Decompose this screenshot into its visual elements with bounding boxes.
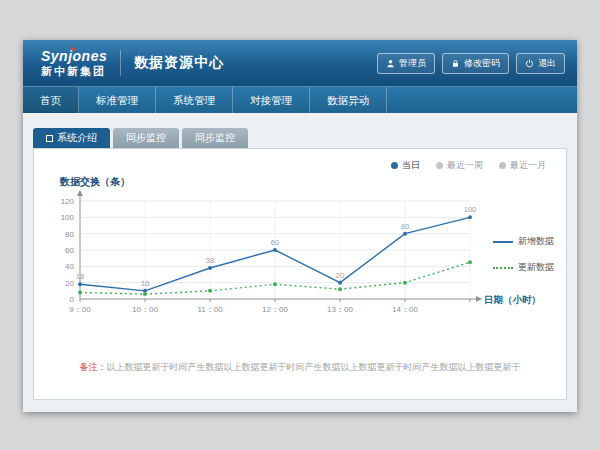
footnote-text: 以上数据更新于时间产生数据以上数据更新于时间产生数据以上数据更新于时间产生数据以… <box>107 362 521 372</box>
logout-button-label: 退出 <box>538 57 556 70</box>
legend-item-new-data[interactable]: 新增数据 <box>493 235 554 248</box>
nav-item-data-change[interactable]: 数据异动 <box>310 87 387 113</box>
svg-text:12：00: 12：00 <box>262 305 288 314</box>
chart-canvas: 0204060801001209：0010：0011：0012：0013：001… <box>48 189 484 324</box>
svg-text:120: 120 <box>61 197 75 206</box>
svg-text:100: 100 <box>61 213 75 222</box>
data-point <box>403 281 407 285</box>
change-password-button[interactable]: 修改密码 <box>442 53 509 74</box>
svg-text:20: 20 <box>65 279 74 288</box>
data-point <box>338 281 342 285</box>
lock-icon <box>451 59 460 68</box>
app-title: 数据资源中心 <box>134 54 224 72</box>
svg-text:80: 80 <box>65 230 74 239</box>
svg-text:40: 40 <box>65 262 74 271</box>
tab-system-intro-label: 系统介绍 <box>57 131 97 145</box>
data-point <box>208 266 212 270</box>
legend-new-data-label: 新增数据 <box>518 235 554 248</box>
chart-panel: 当日 最近一周 最近一月 数据交换（条） 0204060801001209：00… <box>33 148 567 400</box>
x-axis-title: 日期（小时） <box>484 294 541 307</box>
radio-dot-icon <box>499 162 506 169</box>
footnote: 备注：以上数据更新于时间产生数据以上数据更新于时间产生数据以上数据更新于时间产生… <box>58 361 542 374</box>
app-header: Synjones 新中新集团 数据资源中心 管理员 修改密码 退出 <box>23 40 577 86</box>
tab-system-intro[interactable]: 系统介绍 <box>33 128 110 148</box>
header-divider <box>120 50 121 76</box>
svg-text:60: 60 <box>65 246 74 255</box>
solid-line-icon <box>493 241 513 243</box>
nav-item-home[interactable]: 首页 <box>23 87 79 113</box>
data-point <box>208 289 212 293</box>
radio-dot-icon <box>436 162 443 169</box>
filter-last-month[interactable]: 最近一月 <box>499 159 546 172</box>
chart-area: 0204060801001209：0010：0011：0012：0013：001… <box>48 189 484 328</box>
svg-text:60: 60 <box>271 238 279 247</box>
series-legend: 新增数据 更新数据 <box>493 235 554 274</box>
filter-today[interactable]: 当日 <box>391 159 420 172</box>
svg-text:10：00: 10：00 <box>132 305 158 314</box>
logout-button[interactable]: 退出 <box>516 53 565 74</box>
svg-text:10: 10 <box>141 279 149 288</box>
svg-text:0: 0 <box>70 295 75 304</box>
tab-sync-monitor-2[interactable]: 同步监控 <box>182 128 248 148</box>
svg-text:18: 18 <box>76 272 84 281</box>
logout-icon <box>525 59 534 68</box>
data-point <box>78 282 82 286</box>
svg-text:100: 100 <box>464 205 477 214</box>
nav-item-system-mgmt[interactable]: 系统管理 <box>156 87 233 113</box>
logo-subtitle: 新中新集团 <box>41 66 107 77</box>
tab-sync-monitor-2-label: 同步监控 <box>195 131 235 145</box>
svg-text:80: 80 <box>401 222 409 231</box>
nav-item-standard-mgmt[interactable]: 标准管理 <box>79 87 156 113</box>
data-point <box>403 232 407 236</box>
dotted-line-icon <box>493 267 513 269</box>
tab-sync-monitor-1-label: 同步监控 <box>126 131 166 145</box>
data-point <box>273 248 277 252</box>
svg-text:13：00: 13：00 <box>327 305 353 314</box>
svg-text:11：00: 11：00 <box>197 305 223 314</box>
time-range-filters: 当日 最近一周 最近一月 <box>391 159 546 172</box>
svg-text:38: 38 <box>206 256 214 265</box>
logo-text: Synjones <box>41 49 107 63</box>
main-nav: 首页 标准管理 系统管理 对接管理 数据异动 <box>23 86 577 113</box>
tab-sync-monitor-1[interactable]: 同步监控 <box>113 128 179 148</box>
svg-text:9：00: 9：00 <box>69 305 91 314</box>
data-point <box>78 290 82 294</box>
company-logo: Synjones 新中新集团 <box>41 49 107 77</box>
data-point <box>468 215 472 219</box>
admin-button-label: 管理员 <box>399 57 426 70</box>
data-point <box>468 260 472 264</box>
app-window: Synjones 新中新集团 数据资源中心 管理员 修改密码 退出 首页 标准管… <box>23 40 577 412</box>
legend-item-update-data[interactable]: 更新数据 <box>493 261 554 274</box>
svg-text:14：00: 14：00 <box>392 305 418 314</box>
svg-text:20: 20 <box>336 271 344 280</box>
data-point <box>143 292 147 296</box>
legend-update-data-label: 更新数据 <box>518 261 554 274</box>
data-point <box>338 287 342 291</box>
filter-last-week[interactable]: 最近一周 <box>436 159 483 172</box>
footnote-label: 备注： <box>80 362 107 372</box>
filter-last-month-label: 最近一月 <box>510 159 546 172</box>
tab-grid-icon <box>46 135 53 142</box>
radio-dot-icon <box>391 162 398 169</box>
data-point <box>273 282 277 286</box>
filter-last-week-label: 最近一周 <box>447 159 483 172</box>
nav-item-connect-mgmt[interactable]: 对接管理 <box>233 87 310 113</box>
logo-red-dot-icon <box>71 47 75 51</box>
filter-today-label: 当日 <box>402 159 420 172</box>
tab-bar: 系统介绍 同步监控 同步监控 <box>23 113 577 148</box>
header-actions: 管理员 修改密码 退出 <box>377 53 565 74</box>
y-axis-title: 数据交换（条） <box>60 175 130 189</box>
admin-button[interactable]: 管理员 <box>377 53 435 74</box>
user-icon <box>386 59 395 68</box>
change-password-button-label: 修改密码 <box>464 57 500 70</box>
